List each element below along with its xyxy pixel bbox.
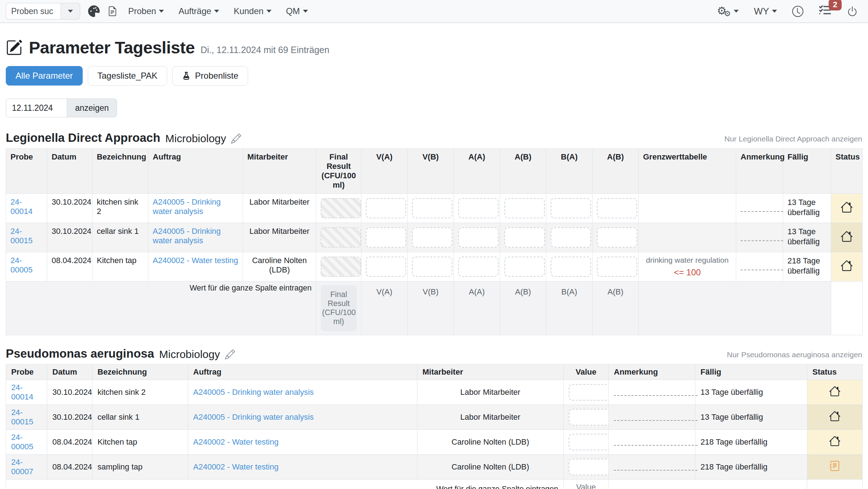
- filter-pseudomonas-link[interactable]: Nur Pseudomonas aeruginosa anzeigen: [727, 350, 862, 359]
- faellig-cell: 218 Tage überfällig: [695, 455, 807, 480]
- ab-input[interactable]: [504, 198, 545, 218]
- vb-input[interactable]: [412, 257, 452, 277]
- column-header: Final Result (CFU/100 ml): [316, 149, 361, 194]
- probe-link[interactable]: 24-00014: [10, 197, 32, 216]
- value-input[interactable]: [569, 434, 612, 450]
- ab-input[interactable]: [504, 257, 545, 277]
- search-input[interactable]: [6, 3, 61, 19]
- auftrag-link[interactable]: A240002 - Water testing: [193, 462, 278, 471]
- column-header: A(B): [593, 149, 639, 194]
- legionella-header-row: Probe Datum Bezeichnung Auftrag Mitarbei…: [6, 149, 863, 194]
- ba-input[interactable]: [551, 257, 591, 277]
- probe-link[interactable]: 24-00015: [10, 227, 32, 245]
- anmerkung-field[interactable]: [614, 461, 698, 471]
- faellig-cell: 218 Tage überfällig: [783, 252, 831, 281]
- date-filter: anzeigen: [6, 99, 862, 117]
- column-header: Mitarbeiter: [417, 364, 564, 380]
- date-input[interactable]: [6, 99, 67, 117]
- filter-legionella-link[interactable]: Nur Legionella Direct Approach anzeigen: [724, 135, 862, 143]
- anmerkung-field[interactable]: [614, 411, 698, 421]
- auftrag-link[interactable]: A240002 - Water testing: [193, 437, 278, 446]
- fill-ab-button[interactable]: A(B): [500, 281, 546, 335]
- auftrag-link[interactable]: A240005 - Drinking water analysis: [153, 197, 221, 216]
- section-legionella-header: Legionella Direct Approach Microbiology …: [6, 131, 862, 145]
- aa-input[interactable]: [458, 198, 499, 218]
- final-result-disabled-input: [321, 227, 361, 248]
- ab2-input[interactable]: [597, 198, 637, 218]
- grenzwert-limit: <= 100: [643, 267, 732, 278]
- anmerkung-field[interactable]: [614, 387, 698, 396]
- tab-probenliste[interactable]: Probenliste: [172, 66, 248, 86]
- fill-final-result-button[interactable]: Final Result (CFU/100 ml): [321, 285, 357, 331]
- fill-ba-button[interactable]: B(A): [546, 281, 593, 335]
- fill-row-status-spacer: [807, 480, 863, 489]
- status-cell: [831, 223, 863, 252]
- menu-kunden[interactable]: Kunden: [234, 6, 272, 16]
- fill-ab2-button[interactable]: A(B): [593, 281, 639, 335]
- aa-input[interactable]: [458, 257, 499, 277]
- value-input[interactable]: [569, 459, 612, 475]
- menu-qm[interactable]: QM: [286, 6, 308, 16]
- va-input[interactable]: [366, 198, 406, 218]
- auftrag-link[interactable]: A240005 - Drinking water analysis: [193, 412, 314, 422]
- tab-alle-parameter[interactable]: Alle Parameter: [6, 66, 83, 86]
- probe-link[interactable]: 24-00007: [11, 458, 33, 476]
- status-cell: [807, 430, 863, 455]
- fill-va-button[interactable]: V(A): [361, 281, 408, 335]
- vb-input[interactable]: [412, 198, 452, 218]
- fill-aa-button[interactable]: A(A): [454, 281, 500, 335]
- edit-section-button[interactable]: [225, 349, 235, 359]
- probe-link[interactable]: 24-00005: [11, 433, 33, 451]
- file-text-icon: [108, 6, 117, 17]
- chevron-down-icon: [214, 10, 219, 13]
- palette-button[interactable]: [88, 5, 100, 17]
- ba-input[interactable]: [551, 198, 591, 218]
- power-icon: [847, 6, 858, 17]
- ba-input[interactable]: [551, 227, 591, 248]
- probe-link[interactable]: 24-00015: [11, 408, 33, 426]
- chevron-down-icon: [734, 10, 739, 13]
- va-input[interactable]: [366, 257, 406, 277]
- history-button[interactable]: [792, 6, 803, 17]
- fill-vb-button[interactable]: V(B): [408, 281, 454, 335]
- user-initials: WY: [754, 6, 769, 17]
- notification-badge: 2: [829, 0, 842, 10]
- probe-link[interactable]: 24-00014: [11, 383, 33, 401]
- logout-button[interactable]: [847, 6, 858, 17]
- user-menu[interactable]: WY: [754, 6, 777, 17]
- house-icon: [841, 259, 853, 272]
- anmerkung-field[interactable]: [741, 261, 783, 270]
- value-input[interactable]: [569, 409, 612, 425]
- document-button[interactable]: [108, 6, 117, 17]
- auftrag-link[interactable]: A240005 - Drinking water analysis: [153, 227, 221, 245]
- anmerkung-field[interactable]: [741, 232, 783, 241]
- grenzwert-cell: [639, 194, 736, 223]
- ab2-input[interactable]: [597, 257, 637, 277]
- tab-tagesliste-pak[interactable]: Tagesliste_PAK: [88, 66, 167, 86]
- table-row: 24-00015 30.10.2024 cellar sink 1 A24000…: [6, 223, 863, 252]
- pencil-square-icon: [6, 39, 22, 56]
- search-dropdown-button[interactable]: [61, 3, 80, 19]
- faellig-cell: 13 Tage überfällig: [695, 405, 807, 430]
- ab-input[interactable]: [504, 227, 545, 248]
- menu-proben[interactable]: Proben: [128, 6, 164, 16]
- edit-section-button[interactable]: [231, 134, 241, 144]
- auftrag-link[interactable]: A240005 - Drinking water analysis: [193, 388, 314, 397]
- ab2-input[interactable]: [597, 227, 637, 248]
- aa-input[interactable]: [458, 227, 499, 248]
- fill-value-button[interactable]: Value: [564, 480, 609, 489]
- value-input[interactable]: [569, 384, 612, 401]
- settings-menu[interactable]: ⚙⚙: [717, 5, 739, 17]
- page-header: Parameter Tagesliste Di., 12.11.2024 mit…: [6, 38, 862, 57]
- tasks-button[interactable]: 2: [819, 5, 832, 18]
- menu-auftraege[interactable]: Aufträge: [178, 6, 219, 16]
- va-input[interactable]: [366, 227, 406, 248]
- auftrag-link[interactable]: A240002 - Water testing: [153, 256, 238, 265]
- vb-input[interactable]: [412, 227, 452, 248]
- datum-cell: 30.10.2024: [47, 380, 92, 405]
- show-button[interactable]: anzeigen: [67, 99, 117, 117]
- column-header: A(B): [500, 149, 546, 194]
- anmerkung-field[interactable]: [614, 436, 698, 446]
- anmerkung-field[interactable]: [741, 202, 783, 212]
- probe-link[interactable]: 24-00005: [10, 256, 32, 274]
